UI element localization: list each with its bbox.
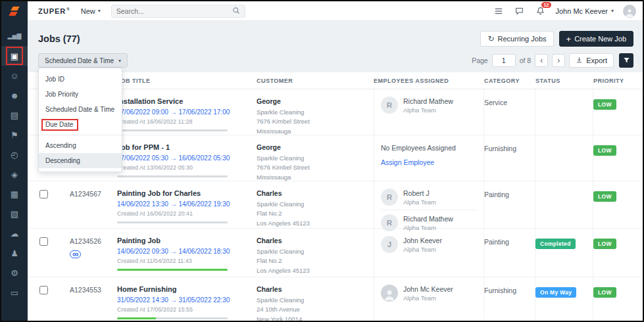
sidebar-item-locations[interactable]: ⚑ [1,125,28,145]
job-id: A1234553 [70,285,103,296]
customer-name: George [257,143,367,151]
column-header-job-title: JOB TITLE [117,78,257,84]
user-menu[interactable]: John Mc Keever ▾ [556,7,614,15]
dashboard-icon: ▂▅▇ [8,33,22,39]
teams-icon: ☻ [10,91,19,101]
priority-badge: LOW [593,191,616,202]
job-title-link[interactable]: Home Furnishing [117,285,250,293]
settings-icon: ⚙ [11,268,18,278]
zuper-logo-icon[interactable] [1,1,28,21]
sidebar-item-invoices[interactable]: ▤ [1,105,28,125]
top-bar: ZUPER® New ▾ 12 John Mc Keever [28,1,643,21]
filter-button[interactable] [619,53,633,68]
prev-page-button[interactable]: ‹ [535,54,548,67]
sidebar-item-settings[interactable]: ⚙ [1,263,28,283]
pagination: Page of 8 ‹ › Export [472,53,633,68]
priority-badge: LOW [593,239,616,249]
page-number-input[interactable] [492,54,516,67]
activity-list-icon[interactable] [493,5,505,17]
no-employees-label: No Employees Assigned [381,141,477,152]
sort-order-descending[interactable]: Descending [39,153,122,168]
employee-avatar: R [381,189,398,206]
sort-option-scheduled-date-time[interactable]: Scheduled Date & Time [39,102,122,117]
topbar-actions: 12 John Mc Keever ▾ [493,5,637,18]
customer-city: Mississauga [257,173,367,182]
employee-name: John Keever [403,237,442,244]
sidebar-item-users[interactable]: ♟ [1,243,28,263]
status-badge: Completed [535,239,576,249]
sidebar-item-timesheets[interactable]: ◴ [1,145,28,164]
notifications-bell-icon[interactable]: 12 [535,5,547,17]
inventory-icon: ▧ [11,209,18,219]
row-select-checkbox[interactable] [39,190,48,198]
sort-button-label: Scheduled Date & Time [45,57,114,64]
user-avatar[interactable] [623,5,636,18]
customer-address: Flat No.2 [257,256,367,265]
job-schedule: 14/06/2022 13:30 → 14/06/2022 19:30 [117,200,250,208]
sidebar-item-inventory[interactable]: ▧ [1,204,28,223]
job-schedule: 31/05/2022 14:30 → 31/05/2022 22:30 [117,296,250,304]
sort-option-due-date[interactable]: Due Date [39,117,122,132]
search-icon [232,5,240,17]
sidebar-item-jobs[interactable]: ▣ [1,46,28,66]
next-page-button[interactable]: › [552,54,565,67]
apps-icon: ▦ [11,189,18,199]
employee-team: Alpha Team [403,198,436,206]
customer-city: New York 10014 [257,315,367,321]
job-category: Painting [484,229,535,277]
row-select-checkbox[interactable] [39,286,48,294]
sort-option-job-priority[interactable]: Job Priority [39,87,122,102]
sidebar-item-dashboard[interactable]: ▂▅▇ [1,26,28,46]
customer-company: Sparkle Cleaning [257,296,367,305]
assigned-employee: R Robert J Alpha Team [381,187,477,210]
job-title-link[interactable]: Installation Service [117,97,250,105]
sidebar-item-teams[interactable]: ☻ [1,85,28,105]
job-category: Painting [484,181,535,235]
customer-address: 24 10th Avenue [257,305,367,314]
sidebar-nav: ▂▅▇ ▣ ☺ ☻ ▤ ⚑ ◴ ◈ ▦ ▧ ☁ ♟ ⚙ ▭ [1,26,28,302]
registered-mark: ® [66,7,70,11]
export-button[interactable]: Export [569,53,614,68]
invoices-icon: ▤ [11,110,18,120]
app-window: ▂▅▇ ▣ ☺ ☻ ▤ ⚑ ◴ ◈ ▦ ▧ ☁ ♟ ⚙ ▭ ZUPER® New… [0,0,644,322]
job-schedule: 17/06/2022 05:30 → 16/06/2022 05:30 [117,154,250,162]
employee-team: Alpha Team [403,294,453,302]
create-new-job-button[interactable]: + Create New Job [559,31,633,47]
sort-option-job-id[interactable]: Job ID [39,72,122,87]
employee-team: Alpha Team [403,106,453,114]
sort-dropdown-button[interactable]: Scheduled Date & Time ▾ [38,53,128,68]
assign-employee-link[interactable]: Assign Employee [381,158,477,166]
employee-name: Richard Mathew [403,97,453,105]
refresh-icon: ↻ [487,35,494,43]
sidebar-item-devices[interactable]: ▭ [1,283,28,302]
annotation-box-due-date: Due Date [41,119,78,131]
recurring-jobs-label: Recurring Jobs [498,35,547,43]
new-menu-button[interactable]: New ▾ [81,7,101,15]
global-search [111,5,245,18]
column-header-status: STATUS [535,78,593,84]
job-id: A1234567 [70,189,103,200]
recurring-jobs-button[interactable]: ↻ Recurring Jobs [480,31,553,47]
sort-order-ascending[interactable]: Ascending [39,138,122,153]
job-category: Furnishing [484,135,535,182]
sidebar-item-customers[interactable]: ☺ [1,66,28,85]
job-status-cell [535,135,593,182]
table-row: A1234553 Home Furnishing 31/05/2022 14:3… [28,277,643,321]
customer-address: 7676 Kimbel Street [257,163,367,172]
job-title-link[interactable]: Painting Job [117,237,250,244]
search-input[interactable] [116,7,232,15]
sidebar-item-apps[interactable]: ▦ [1,184,28,204]
job-progress-fill [117,317,156,319]
page-actions: ↻ Recurring Jobs + Create New Job [480,31,633,47]
column-header-priority: PRIORITY [593,78,643,84]
funnel-icon [623,56,630,66]
row-select-checkbox[interactable] [39,237,48,246]
sidebar-item-tags[interactable]: ◈ [1,164,28,184]
job-title-link[interactable]: Painting Job for Charles [117,189,250,197]
menu-divider [39,135,122,135]
sidebar: ▂▅▇ ▣ ☺ ☻ ▤ ⚑ ◴ ◈ ▦ ▧ ☁ ♟ ⚙ ▭ [1,1,28,321]
job-title-link[interactable]: Job for PPM - 1 [117,143,250,151]
chat-icon[interactable] [514,5,526,17]
page-of-label: of 8 [520,57,532,64]
sidebar-item-services[interactable]: ☁ [1,223,28,243]
